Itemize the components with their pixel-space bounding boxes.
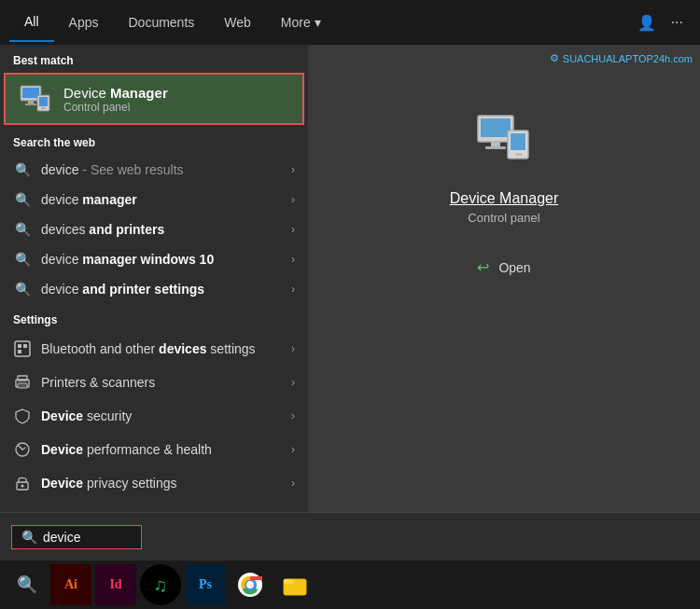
svg-rect-19 [491,142,500,146]
search-panel: All Apps Documents Web More ▾ 👤 ··· Best… [0,0,700,609]
taskbar-app-explorer[interactable] [274,564,315,605]
svg-rect-5 [39,97,48,106]
result-item-printers-scanners[interactable]: Printers & scanners › [0,366,308,399]
best-match-subtitle: Control panel [63,101,168,114]
tab-documents[interactable]: Documents [113,4,209,41]
chevron-right-icon: › [291,409,295,422]
result-item-device-web[interactable]: 🔍 device - See web results › [0,155,308,185]
result-item-bluetooth[interactable]: Bluetooth and other devices settings › [0,332,308,366]
app-title-right: Device Manager [450,190,559,207]
app-icon-large [467,101,541,175]
chevron-right-icon: › [291,223,295,236]
result-item-device-performance[interactable]: Device performance & health › [0,433,308,466]
result-item-device-manager-win10[interactable]: 🔍 device manager windows 10 › [0,244,308,274]
content-area: Best match [0,45,700,512]
shield-settings-icon [13,407,32,425]
chevron-right-icon: › [291,193,295,206]
result-item-device-security[interactable]: Device security › [0,399,308,433]
top-nav: All Apps Documents Web More ▾ 👤 ··· [0,0,700,45]
search-bar-area: 🔍 [0,512,700,561]
svg-rect-10 [18,350,21,353]
chevron-right-icon: › [291,163,295,176]
privacy-settings-icon [13,474,32,492]
right-panel: ⚙ SUACHUALAPTOP24h.com [308,45,700,512]
chevron-down-icon: ▾ [315,15,321,30]
svg-rect-2 [28,101,34,104]
svg-rect-1 [22,88,39,98]
svg-rect-3 [25,104,36,105]
best-match-title: Device Manager [63,85,168,101]
taskbar-app-photoshop[interactable]: Ps [185,564,226,605]
tab-more[interactable]: More ▾ [266,4,336,41]
svg-rect-23 [515,153,523,156]
watermark: ⚙ SUACHUALAPTOP24h.com [550,52,693,64]
svg-point-16 [21,485,24,488]
search-web-label: Search the web [0,127,308,155]
chevron-right-icon: › [291,376,295,389]
taskbar: 🔍 Ai Id ♫ Ps [0,561,700,609]
search-input[interactable] [43,530,118,545]
user-icon[interactable]: 👤 [630,7,664,39]
tab-all[interactable]: All [9,3,54,42]
search-icon-win10: 🔍 [13,252,32,267]
result-item-device-printer-settings[interactable]: 🔍 device and printer settings › [0,274,308,304]
result-item-device-privacy[interactable]: Device privacy settings › [0,466,308,500]
bluetooth-settings-icon [13,339,32,358]
search-icon-settings: 🔍 [13,282,32,297]
taskbar-app-spotify[interactable]: ♫ [140,564,181,605]
search-icon-printers: 🔍 [13,222,32,237]
tab-apps[interactable]: Apps [54,4,114,41]
left-panel: Best match [0,45,308,512]
svg-rect-8 [18,344,21,348]
taskbar-search-icon[interactable]: 🔍 [7,569,47,601]
chevron-right-icon: › [291,477,295,490]
watermark-icon: ⚙ [550,52,559,64]
taskbar-app-indesign[interactable]: Id [95,564,136,605]
svg-rect-6 [41,107,46,109]
settings-label: Settings [0,304,308,332]
app-subtitle-right: Control panel [468,211,539,225]
svg-rect-18 [481,118,511,137]
open-action[interactable]: ↩ Open [477,253,530,282]
right-content: Device Manager Control panel ↩ Open [450,101,559,282]
chevron-right-icon: › [291,342,295,355]
taskbar-app-illustrator[interactable]: Ai [50,564,91,605]
search-bar-wrapper[interactable]: 🔍 [11,525,142,549]
svg-rect-28 [284,579,293,584]
printer-settings-icon [13,373,32,392]
search-icon-manager: 🔍 [13,192,32,207]
svg-rect-20 [485,146,506,149]
device-manager-icon [19,82,52,116]
chevron-right-icon: › [291,283,295,296]
more-options-icon[interactable]: ··· [664,7,691,38]
result-item-device-manager[interactable]: 🔍 device manager › [0,185,308,215]
performance-settings-icon [13,440,32,459]
result-item-devices-printers[interactable]: 🔍 devices and printers › [0,215,308,244]
chevron-right-icon: › [291,443,295,456]
best-match-label: Best match [0,45,308,73]
tab-web[interactable]: Web [209,4,266,41]
svg-rect-9 [23,344,27,348]
svg-rect-7 [15,341,30,356]
chevron-right-icon: › [291,253,295,266]
open-icon: ↩ [477,258,489,276]
svg-rect-13 [18,383,27,388]
svg-point-26 [246,581,254,588]
svg-rect-22 [511,133,525,150]
taskbar-app-chrome[interactable] [230,564,271,605]
best-match-item[interactable]: Device Manager Control panel [4,73,304,125]
search-icon-web: 🔍 [13,162,32,177]
search-bar-icon: 🔍 [21,530,37,545]
